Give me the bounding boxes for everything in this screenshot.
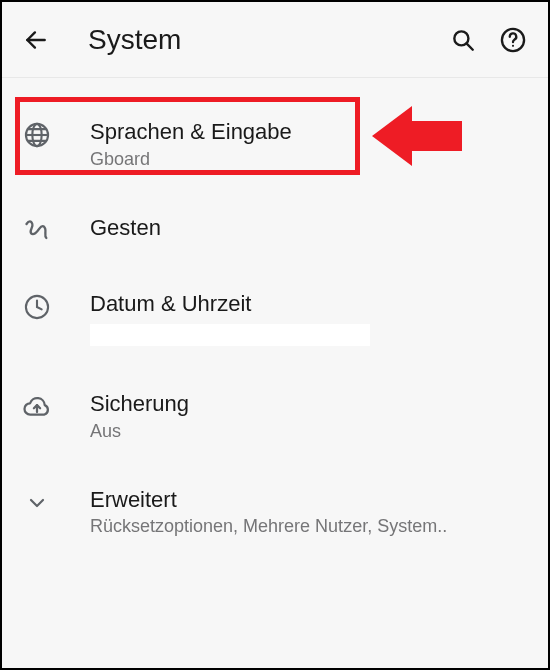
help-button[interactable] <box>498 25 528 55</box>
settings-list: Sprachen & Eingabe Gboard Gesten Datum &… <box>2 78 548 668</box>
item-backup[interactable]: Sicherung Aus <box>2 368 548 464</box>
chevron-down-icon <box>22 488 52 518</box>
item-title: Datum & Uhrzeit <box>90 290 528 319</box>
arrow-back-icon <box>23 27 49 53</box>
svg-line-2 <box>466 43 472 49</box>
item-title: Erweitert <box>90 486 528 515</box>
item-title: Sicherung <box>90 390 528 419</box>
clock-icon <box>22 292 52 322</box>
item-text: Erweitert Rücksetzoptionen, Mehrere Nutz… <box>90 486 528 538</box>
page-title: System <box>88 24 428 56</box>
svg-point-4 <box>512 44 514 46</box>
help-icon <box>499 26 527 54</box>
item-title: Gesten <box>90 214 528 243</box>
cloud-upload-icon <box>22 392 52 422</box>
item-advanced[interactable]: Erweitert Rücksetzoptionen, Mehrere Nutz… <box>2 464 548 560</box>
item-title: Sprachen & Eingabe <box>90 118 528 147</box>
item-subtitle <box>90 324 370 346</box>
item-text: Gesten <box>90 214 528 243</box>
search-icon <box>450 27 476 53</box>
item-text: Sicherung Aus <box>90 390 528 442</box>
gesture-icon <box>22 216 52 246</box>
item-gestures[interactable]: Gesten <box>2 192 548 268</box>
app-header: System <box>2 2 548 78</box>
item-subtitle: Aus <box>90 421 528 442</box>
item-date-time[interactable]: Datum & Uhrzeit <box>2 268 548 369</box>
globe-icon <box>22 120 52 150</box>
item-text: Sprachen & Eingabe Gboard <box>90 118 528 170</box>
item-languages-input[interactable]: Sprachen & Eingabe Gboard <box>2 96 548 192</box>
item-subtitle: Gboard <box>90 149 528 170</box>
item-subtitle: Rücksetzoptionen, Mehrere Nutzer, System… <box>90 516 528 537</box>
search-button[interactable] <box>448 25 478 55</box>
item-text: Datum & Uhrzeit <box>90 290 528 347</box>
back-button[interactable] <box>22 26 50 54</box>
